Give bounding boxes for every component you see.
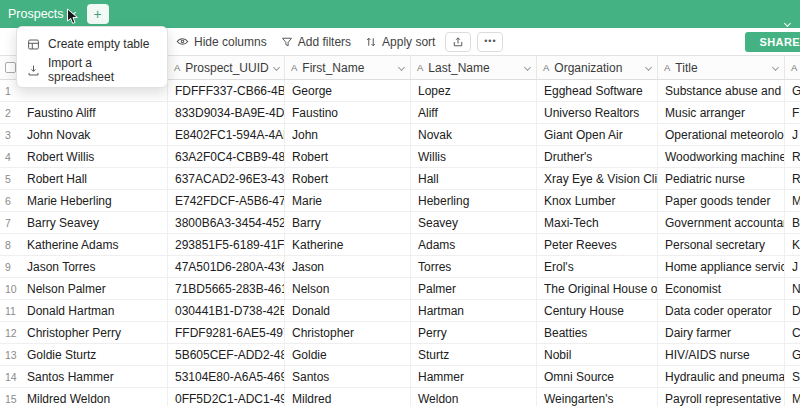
cell-initial[interactable]: S: [785, 366, 800, 387]
row-number[interactable]: 13: [0, 344, 20, 365]
cell-initial[interactable]: R: [785, 168, 800, 189]
cell-title[interactable]: Payroll representative: [658, 388, 785, 406]
cell-organization[interactable]: Giant Open Air: [537, 124, 658, 145]
cell-name[interactable]: Faustino Aliff: [20, 102, 168, 123]
cell-uuid[interactable]: 3800B6A3-3454-452A-A3...: [168, 212, 285, 233]
cell-title[interactable]: Personal secretary: [658, 234, 785, 255]
cell-name[interactable]: Goldie Sturtz: [20, 344, 168, 365]
column-header-Prospect_UUID[interactable]: AProspect_UUID: [168, 56, 285, 79]
cell-first_name[interactable]: Barry: [285, 212, 411, 233]
cell-name[interactable]: Jason Torres: [20, 256, 168, 277]
cell-uuid[interactable]: 5B605CEF-ADD2-48CB-...: [168, 344, 285, 365]
cell-title[interactable]: Hydraulic and pneumatic t...: [658, 366, 785, 387]
cell-uuid[interactable]: 53104E80-A6A5-4691-AF...: [168, 366, 285, 387]
cell-first_name[interactable]: Jason: [285, 256, 411, 277]
add-filters-button[interactable]: Add filters: [281, 35, 351, 49]
cell-first_name[interactable]: Nelson: [285, 278, 411, 299]
cell-title[interactable]: Home appliance service t...: [658, 256, 785, 277]
cell-organization[interactable]: Druther's: [537, 146, 658, 167]
row-number[interactable]: 4: [0, 146, 20, 167]
cell-organization[interactable]: Nobil: [537, 344, 658, 365]
cell-uuid[interactable]: FFDF9281-6AE5-4970-98...: [168, 322, 285, 343]
cell-initial[interactable]: C: [785, 322, 800, 343]
chevron-down-icon[interactable]: [772, 64, 779, 71]
cell-organization[interactable]: Maxi-Tech: [537, 212, 658, 233]
cell-last_name[interactable]: Seavey: [411, 212, 537, 233]
cell-uuid[interactable]: 63A2F0C4-CBB9-48AF-A...: [168, 146, 285, 167]
cell-organization[interactable]: Omni Source: [537, 366, 658, 387]
cell-last_name[interactable]: Novak: [411, 124, 537, 145]
cell-name[interactable]: Barry Seavey: [20, 212, 168, 233]
row-number[interactable]: 9: [0, 256, 20, 277]
apply-sort-button[interactable]: Apply sort: [365, 35, 435, 49]
cell-name[interactable]: Robert Willis: [20, 146, 168, 167]
cell-last_name[interactable]: Aliff: [411, 102, 537, 123]
cell-last_name[interactable]: Hammer: [411, 366, 537, 387]
column-header-First_Name[interactable]: AFirst_Name: [285, 56, 411, 79]
cell-initial[interactable]: B: [785, 212, 800, 233]
cell-last_name[interactable]: Sturtz: [411, 344, 537, 365]
hide-columns-button[interactable]: Hide columns: [176, 35, 267, 49]
cell-initial[interactable]: K: [785, 234, 800, 255]
row-number[interactable]: 5: [0, 168, 20, 189]
cell-organization[interactable]: Xray Eye & Vision Clinics: [537, 168, 658, 189]
cell-initial[interactable]: N: [785, 278, 800, 299]
cell-initial[interactable]: J: [785, 256, 800, 277]
chevron-down-icon[interactable]: [398, 64, 405, 71]
cell-first_name[interactable]: Faustino: [285, 102, 411, 123]
cell-last_name[interactable]: Torres: [411, 256, 537, 277]
cell-uuid[interactable]: 0FF5D2C1-ADC1-49F2-8...: [168, 388, 285, 406]
column-header-Last_Name[interactable]: ALast_Name: [411, 56, 537, 79]
column-header-col6[interactable]: A: [785, 56, 800, 79]
cell-first_name[interactable]: John: [285, 124, 411, 145]
add-table-button[interactable]: +: [87, 4, 109, 24]
row-number[interactable]: 7: [0, 212, 20, 233]
cell-name[interactable]: Christopher Perry: [20, 322, 168, 343]
cell-title[interactable]: Substance abuse and beh...: [658, 80, 785, 101]
cell-first_name[interactable]: Mildred: [285, 388, 411, 406]
cell-uuid[interactable]: 71BD5665-283B-4612-B8...: [168, 278, 285, 299]
tab-prospects[interactable]: Prospects: [8, 7, 75, 21]
cell-organization[interactable]: Knox Lumber: [537, 190, 658, 211]
cell-first_name[interactable]: Marie: [285, 190, 411, 211]
chevron-down-icon[interactable]: [273, 64, 280, 71]
cell-name[interactable]: Donald Hartman: [20, 300, 168, 321]
cell-uuid[interactable]: E742FDCF-A5B6-477E-9...: [168, 190, 285, 211]
cell-initial[interactable]: G: [785, 80, 800, 101]
select-all-checkbox[interactable]: [5, 62, 16, 73]
cell-last_name[interactable]: Lopez: [411, 80, 537, 101]
cell-name[interactable]: Katherine Adams: [20, 234, 168, 255]
row-number[interactable]: 14: [0, 366, 20, 387]
row-number[interactable]: 11: [0, 300, 20, 321]
share-button[interactable]: SHARE: [745, 32, 800, 52]
cell-initial[interactable]: M: [785, 388, 800, 406]
cell-first_name[interactable]: George: [285, 80, 411, 101]
row-number[interactable]: 10: [0, 278, 20, 299]
cell-last_name[interactable]: Palmer: [411, 278, 537, 299]
cell-organization[interactable]: Universo Realtors: [537, 102, 658, 123]
cell-title[interactable]: Woodworking machine te...: [658, 146, 785, 167]
menu-item-create-empty-table[interactable]: Create empty table: [17, 31, 167, 57]
cell-initial[interactable]: G: [785, 344, 800, 365]
cell-name[interactable]: Robert Hall: [20, 168, 168, 189]
cell-organization[interactable]: The Original House of Pies: [537, 278, 658, 299]
cell-name[interactable]: Nelson Palmer: [20, 278, 168, 299]
cell-first_name[interactable]: Goldie: [285, 344, 411, 365]
cell-organization[interactable]: Erol's: [537, 256, 658, 277]
cell-title[interactable]: Music arranger: [658, 102, 785, 123]
cell-uuid[interactable]: 030441B1-D738-42E8-A7...: [168, 300, 285, 321]
cell-title[interactable]: Dairy farmer: [658, 322, 785, 343]
cell-title[interactable]: Government accountant: [658, 212, 785, 233]
cell-first_name[interactable]: Santos: [285, 366, 411, 387]
cell-uuid[interactable]: E8402FC1-594A-4AD9-A...: [168, 124, 285, 145]
cell-first_name[interactable]: Katherine: [285, 234, 411, 255]
cell-initial[interactable]: D: [785, 300, 800, 321]
cell-initial[interactable]: J: [785, 124, 800, 145]
cell-uuid[interactable]: 293851F5-6189-41FE-AC...: [168, 234, 285, 255]
cell-last_name[interactable]: Hartman: [411, 300, 537, 321]
cell-name[interactable]: Marie Heberling: [20, 190, 168, 211]
cell-title[interactable]: Data coder operator: [658, 300, 785, 321]
cell-organization[interactable]: Beatties: [537, 322, 658, 343]
cell-title[interactable]: Operational meteorologist: [658, 124, 785, 145]
cell-first_name[interactable]: Christopher: [285, 322, 411, 343]
